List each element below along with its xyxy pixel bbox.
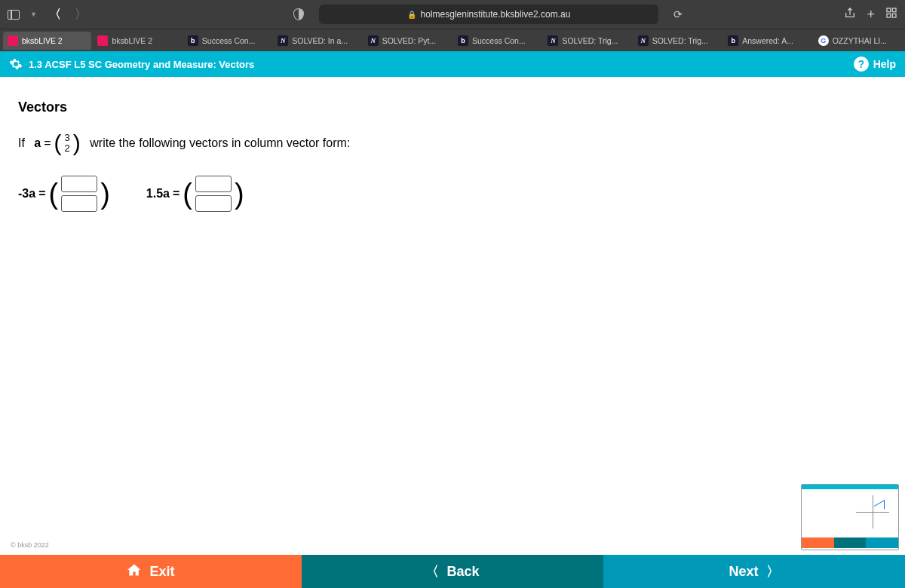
back-button[interactable]: 〈 Back <box>302 555 603 588</box>
q2-label: 1.5a <box>146 187 170 201</box>
q2-inputs <box>195 176 232 212</box>
copyright: © bksb 2022 <box>11 541 49 549</box>
favicon-icon: N <box>548 35 558 46</box>
paren-left-icon: ( <box>48 179 58 208</box>
tab-6[interactable]: NSOLVED: Trig... <box>543 32 631 50</box>
tab-8[interactable]: bAnswered: A... <box>723 32 811 50</box>
toolbar-left: ▼ 〈 〉 <box>8 7 88 23</box>
svg-rect-1 <box>892 8 896 12</box>
browser-toolbar: ▼ 〈 〉 🔒 holmesgleninstitute.bksblive2.co… <box>0 0 905 29</box>
exit-button[interactable]: Exit <box>0 555 302 588</box>
favicon-icon: b <box>458 35 468 46</box>
paren-left-icon: ( <box>183 179 192 208</box>
favicon-icon: N <box>638 35 649 46</box>
q2-input-bottom[interactable] <box>195 195 232 212</box>
tab-1[interactable]: bksbLIVE 2 <box>93 32 181 50</box>
paren-right-icon: ) <box>235 179 244 208</box>
q1-inputs <box>61 176 97 212</box>
question-card: Vectors If a = ( 3 2 ) write the followi… <box>0 77 905 555</box>
q2-input-top[interactable] <box>195 176 232 192</box>
chevron-left-icon: 〈 <box>425 562 439 580</box>
svg-rect-0 <box>887 8 891 12</box>
q1-input-top[interactable] <box>61 176 97 192</box>
section-title: Vectors <box>18 100 887 115</box>
sidebar-toggle-icon[interactable] <box>8 10 20 20</box>
url-text: holmesgleninstitute.bksblive2.com.au <box>421 9 571 20</box>
tab-strip: bksbLIVE 2 bksbLIVE 2 bSuccess Con... NS… <box>0 29 905 51</box>
favicon-icon <box>97 35 108 46</box>
answers-row: -3a = ( ) 1.5a = ( ) <box>18 176 887 212</box>
chevron-down-icon[interactable]: ▼ <box>30 11 37 18</box>
favicon-icon: N <box>368 35 379 46</box>
nav-forward-icon: 〉 <box>73 7 88 23</box>
toolbar-right: + <box>844 7 897 23</box>
svg-rect-2 <box>887 14 891 17</box>
home-icon <box>127 562 142 581</box>
tab-5[interactable]: bSuccess Con... <box>453 32 541 50</box>
answer-group-2: 1.5a = ( ) <box>146 176 244 212</box>
help-icon: ? <box>854 57 869 72</box>
shield-icon[interactable] <box>293 8 304 20</box>
tab-7[interactable]: NSOLVED: Trig... <box>634 32 722 50</box>
page-thumbnail[interactable] <box>801 484 899 550</box>
nav-back-icon[interactable]: 〈 <box>48 7 63 23</box>
paren-left-icon: ( <box>54 132 62 155</box>
answer-group-1: -3a = ( ) <box>18 176 110 212</box>
bottom-nav: Exit 〈 Back Next 〉 <box>0 555 905 588</box>
tab-9[interactable]: GOZZYTHAI LI... <box>814 32 902 50</box>
q1-input-bottom[interactable] <box>61 195 97 212</box>
favicon-icon: b <box>188 35 198 46</box>
q1-label: -3a <box>18 187 35 201</box>
tab-overview-icon[interactable] <box>885 7 897 22</box>
tab-4[interactable]: NSOLVED: Pyt... <box>364 32 452 50</box>
reload-icon[interactable]: ⟳ <box>673 8 683 20</box>
address-bar[interactable]: 🔒 holmesgleninstitute.bksblive2.com.au <box>319 5 658 24</box>
favicon-icon <box>8 35 18 46</box>
question-prompt: If a = ( 3 2 ) write the following vecto… <box>18 132 887 155</box>
paren-right-icon: ) <box>73 132 81 155</box>
tab-3[interactable]: NSOLVED: In a... <box>273 32 361 50</box>
svg-rect-3 <box>892 14 896 17</box>
favicon-icon: G <box>818 35 829 46</box>
content-area: Vectors If a = ( 3 2 ) write the followi… <box>0 77 905 555</box>
page-title: 1.3 ACSF L5 SC Geometry and Measure: Vec… <box>29 59 254 70</box>
next-button[interactable]: Next 〉 <box>603 555 905 588</box>
page-header: 1.3 ACSF L5 SC Geometry and Measure: Vec… <box>0 51 905 77</box>
new-tab-icon[interactable]: + <box>867 7 875 23</box>
favicon-icon: b <box>728 35 738 46</box>
paren-right-icon: ) <box>100 179 110 208</box>
tab-0[interactable]: bksbLIVE 2 <box>3 32 91 50</box>
tab-2[interactable]: bSuccess Con... <box>183 32 272 50</box>
favicon-icon: N <box>278 35 288 46</box>
share-icon[interactable] <box>844 7 856 22</box>
lock-icon: 🔒 <box>407 11 416 19</box>
help-button[interactable]: ? Help <box>854 57 896 72</box>
chevron-right-icon: 〉 <box>766 562 780 580</box>
gear-icon <box>9 57 23 71</box>
vector-a: 3 2 <box>65 133 70 155</box>
